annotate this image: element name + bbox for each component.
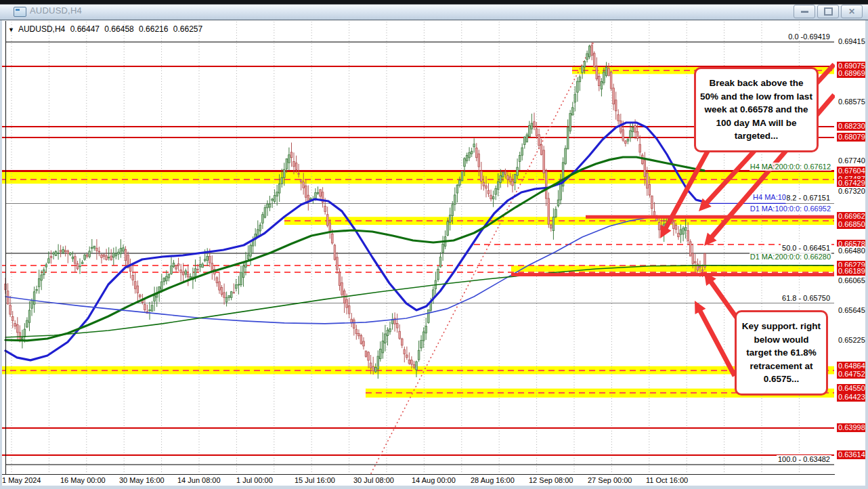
price-axis-label: 0.67740 (837, 156, 867, 165)
price-axis-label: 0.66189 (837, 267, 867, 276)
window-border-bottom (0, 486, 868, 489)
time-axis-label: 14 Jun 08:00 (177, 476, 221, 484)
time-axis-label: 14 Aug 00:00 (412, 476, 456, 484)
restore-button[interactable] (817, 5, 839, 18)
price-axis-label: 0.64423 (837, 393, 867, 402)
chart-header: ▼AUDUSD,H4 0.66447 0.66458 0.66216 0.662… (8, 24, 205, 34)
price-axis[interactable]: 0.694150.690750.689690.685750.682300.680… (835, 20, 865, 474)
price-axis-label: 0.66480 (837, 247, 867, 255)
time-axis-label: 12 Sep 08:00 (529, 476, 573, 484)
symbol-label: AUDUSD,H4 (18, 24, 65, 34)
price-axis-label: 0.67320 (837, 187, 867, 196)
annotation-note-keysupport[interactable]: Key support. right below would target th… (735, 310, 828, 396)
time-axis-label: 27 Sep 00:00 (588, 476, 632, 484)
price-axis-label: 0.65225 (837, 336, 867, 345)
price-axis-label: 0.64752 (837, 370, 867, 379)
symbol-dropdown-icon[interactable]: ▼ (8, 26, 14, 33)
time-axis-label: 28 Aug 16:00 (471, 476, 515, 484)
time-axis-label: 1 May 2024 (2, 476, 41, 484)
annotation-note-text: Break back above the 50% and the low fro… (700, 78, 812, 141)
price-axis-label: 0.68575 (837, 98, 867, 106)
price-axis-label: 0.65645 (837, 306, 867, 315)
time-axis[interactable]: 1 May 202416 May 00:0030 May 16:0014 Jun… (0, 474, 835, 486)
time-axis-label: 11 Oct 16:00 (646, 476, 688, 484)
time-axis-label: 15 Jul 16:00 (295, 476, 335, 484)
price-axis-label: 0.66850 (837, 220, 867, 229)
minimize-button[interactable] (794, 5, 815, 18)
price-axis-label: 0.63614 (837, 450, 867, 459)
price-axis-label: 0.63998 (837, 423, 867, 432)
window-border-right (865, 20, 868, 489)
ohlc-high: 0.66458 (104, 24, 133, 34)
price-axis-label: 0.67604 (837, 167, 867, 175)
ohlc-low: 0.66216 (139, 24, 168, 34)
price-axis-label: 0.68230 (837, 122, 867, 131)
time-axis-label: 1 Jul 00:00 (236, 476, 273, 484)
annotation-note-breakback[interactable]: Break back above the 50% and the low fro… (694, 67, 819, 152)
ohlc-close: 0.66257 (173, 24, 202, 34)
window-title: AUDUSD,H4 (30, 5, 82, 16)
close-button[interactable] (841, 5, 863, 18)
chart-window-icon (14, 7, 26, 17)
price-axis-label: 0.68079 (837, 133, 867, 142)
window-border-left (0, 20, 2, 489)
time-axis-label: 30 May 16:00 (119, 476, 165, 484)
mt4-chart-window: AUDUSD,H4 ▼AUDUSD,H4 0.66447 0.66458 0.6… (0, 0, 868, 489)
price-axis-label: 0.66065 (837, 276, 867, 285)
ohlc-open: 0.66447 (70, 24, 100, 34)
price-axis-label: 0.64550 (837, 384, 867, 393)
time-axis-label: 30 Jul 08:00 (353, 476, 394, 484)
price-axis-label: 0.68969 (837, 69, 867, 78)
price-axis-label: 0.69415 (837, 37, 867, 46)
annotation-note-text: Key support. right below would target th… (742, 321, 821, 384)
window-titlebar: AUDUSD,H4 (0, 0, 868, 20)
time-axis-label: 16 May 00:00 (60, 476, 106, 484)
